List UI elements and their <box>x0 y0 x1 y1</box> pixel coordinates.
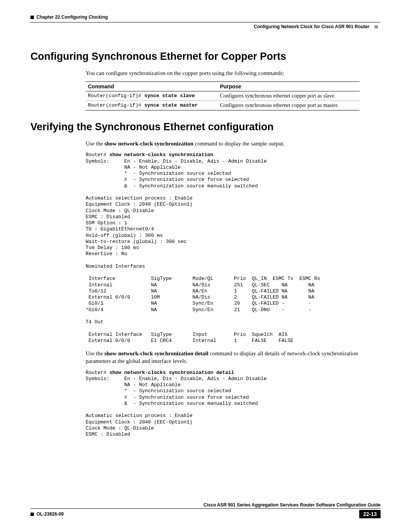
heading-verify: Verifying the Synchronous Ethernet confi… <box>30 121 381 133</box>
cell-purpose: Configures synchronous ethernet copper p… <box>218 101 360 110</box>
cell-command: Router(config-if)# synce state slave <box>86 91 218 101</box>
header-chapter: Chapter 22 Configuring Clocking <box>37 14 108 20</box>
table-row: Router(config-if)# synce state master Co… <box>86 101 360 110</box>
header-chapter-row: Chapter 22 Configuring Clocking <box>30 14 381 20</box>
paragraph-detail-intro: Use the show network-clock synchronizati… <box>86 350 381 365</box>
header-section-row: Configuring Network Clock for Cisco ASR … <box>30 24 381 30</box>
footer-guide-title: Cisco ASR 901 Series Aggregation Service… <box>30 502 381 509</box>
command-table: Command Purpose Router(config-if)# synce… <box>86 81 360 110</box>
paragraph-verify-intro: Use the show network-clock synchronizati… <box>86 140 381 147</box>
footer-page-number: 22-13 <box>359 510 381 518</box>
header-square-icon <box>30 16 34 19</box>
header-square-light-icon <box>374 24 381 30</box>
header-section: Configuring Network Clock for Cisco ASR … <box>254 24 370 29</box>
table-header-row: Command Purpose <box>86 82 360 91</box>
output-block-2: Router# show network-clocks synchronizat… <box>86 370 381 438</box>
page-footer: Cisco ASR 901 Series Aggregation Service… <box>30 502 381 518</box>
heading-copper-ports: Configuring Synchronous Ethernet for Cop… <box>30 51 381 62</box>
footer-doc-number: OL-23826-09 <box>30 511 64 517</box>
table-row: Router(config-if)# synce state slave Con… <box>86 91 360 101</box>
cell-command: Router(config-if)# synce state master <box>86 101 218 110</box>
output-block-1: Router# show network-clocks synchronizat… <box>86 152 381 344</box>
paragraph-intro-copper: You can configure synchronization on the… <box>86 69 381 77</box>
col-purpose: Purpose <box>218 82 360 91</box>
col-command: Command <box>86 82 218 91</box>
cell-purpose: Configures synchronous ethernet copper p… <box>218 91 360 101</box>
footer-square-icon <box>30 513 34 516</box>
header-divider <box>30 22 381 22</box>
